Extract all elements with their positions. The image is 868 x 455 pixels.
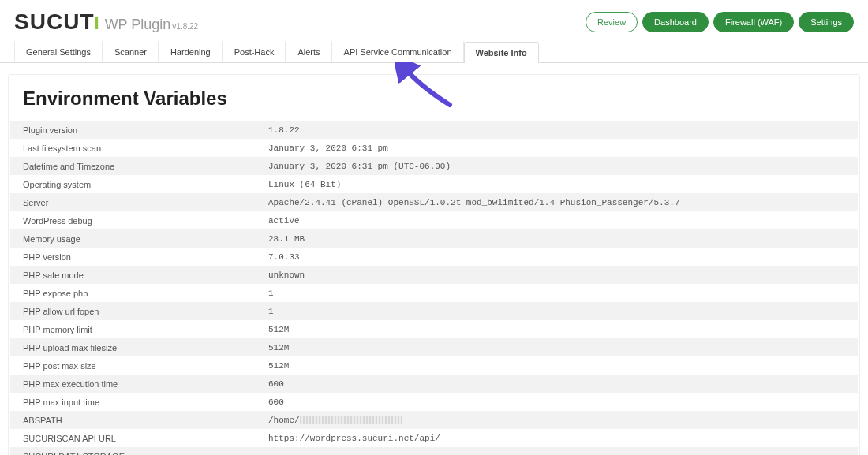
env-value: 512M: [256, 320, 858, 338]
env-label: PHP memory limit: [10, 320, 256, 338]
table-row: PHP upload max filesize512M: [10, 338, 858, 356]
tab-api-service-communication[interactable]: API Service Communication: [332, 41, 464, 62]
env-value: unknown: [256, 266, 858, 284]
env-value: Apache/2.4.41 (cPanel) OpenSSL/1.0.2t mo…: [256, 193, 858, 211]
settings-tabs: General Settings Scanner Hardening Post-…: [0, 41, 868, 63]
env-label: PHP upload max filesize: [10, 338, 256, 356]
tab-scanner[interactable]: Scanner: [103, 41, 159, 62]
env-label: Server: [10, 193, 256, 211]
env-label: Memory usage: [10, 229, 256, 248]
env-value: 512M: [256, 338, 858, 356]
table-row: PHP max input time600: [10, 393, 858, 411]
env-value: active: [256, 211, 858, 229]
env-value: 512M: [256, 356, 858, 375]
tab-hardening[interactable]: Hardening: [159, 41, 223, 62]
table-row: PHP memory limit512M: [10, 320, 858, 338]
env-label: ABSPATH: [10, 411, 256, 429]
firewall-button[interactable]: Firewall (WAF): [713, 12, 794, 32]
env-label: PHP expose php: [10, 284, 256, 302]
env-label: SUCURI DATA STORAGE: [10, 447, 256, 455]
env-value: 1: [256, 302, 858, 320]
env-label: PHP post max size: [10, 356, 256, 375]
top-nav: Review Dashboard Firewall (WAF) Settings: [586, 12, 854, 32]
env-value: --: [256, 447, 858, 455]
table-row: PHP allow url fopen1: [10, 302, 858, 320]
env-label: PHP max input time: [10, 393, 256, 411]
env-label: Operating system: [10, 175, 256, 193]
table-row: PHP expose php1: [10, 284, 858, 302]
table-row: SUCURISCAN API URLhttps://wordpress.sucu…: [10, 429, 858, 447]
env-label: Last filesystem scan: [10, 139, 256, 157]
env-value: 600: [256, 375, 858, 393]
table-row: Datetime and TimezoneJanuary 3, 2020 6:3…: [10, 157, 858, 175]
env-value: 7.0.33: [256, 248, 858, 266]
tab-website-info[interactable]: Website Info: [464, 42, 539, 63]
env-value: 1.8.22: [256, 121, 858, 139]
env-table: Plugin version1.8.22Last filesystem scan…: [10, 121, 858, 455]
tab-general-settings[interactable]: General Settings: [14, 41, 103, 62]
env-value: 28.1 MB: [256, 229, 858, 248]
tab-alerts[interactable]: Alerts: [286, 41, 331, 62]
annotation-arrow: [395, 62, 458, 109]
table-row: Last filesystem scanJanuary 3, 2020 6:31…: [10, 139, 858, 157]
table-row: WordPress debugactive: [10, 211, 858, 229]
env-value: Linux (64 Bit): [256, 175, 858, 193]
brand-subtitle: WP Plugin: [105, 17, 171, 33]
env-label: SUCURISCAN API URL: [10, 429, 256, 447]
env-value: January 3, 2020 6:31 pm: [256, 139, 858, 157]
redacted-text: [300, 416, 402, 424]
env-panel: Environment Variables Plugin version1.8.…: [8, 74, 860, 455]
env-label: PHP version: [10, 248, 256, 266]
env-value: January 3, 2020 6:31 pm (UTC-06.00): [256, 157, 858, 175]
table-row: PHP version7.0.33: [10, 248, 858, 266]
env-label: Plugin version: [10, 121, 256, 139]
env-value: /home/: [256, 411, 858, 429]
dashboard-button[interactable]: Dashboard: [642, 12, 709, 32]
env-label: Datetime and Timezone: [10, 157, 256, 175]
table-row: Plugin version1.8.22: [10, 121, 858, 139]
tab-post-hack[interactable]: Post-Hack: [223, 41, 286, 62]
table-row: ServerApache/2.4.41 (cPanel) OpenSSL/1.0…: [10, 193, 858, 211]
table-row: PHP max execution time600: [10, 375, 858, 393]
table-row: PHP post max size512M: [10, 356, 858, 375]
env-value: https://wordpress.sucuri.net/api/: [256, 429, 858, 447]
table-row: SUCURI DATA STORAGE--: [10, 447, 858, 455]
table-row: Operating systemLinux (64 Bit): [10, 175, 858, 193]
env-label: WordPress debug: [10, 211, 256, 229]
env-label: PHP max execution time: [10, 375, 256, 393]
env-value: 600: [256, 393, 858, 411]
review-button[interactable]: Review: [586, 12, 638, 32]
table-row: ABSPATH/home/: [10, 411, 858, 429]
env-label: PHP allow url fopen: [10, 302, 256, 320]
table-row: PHP safe modeunknown: [10, 266, 858, 284]
brand-logo: SUCUTI WP Plugin v1.8.22: [14, 9, 198, 35]
brand-version: v1.8.22: [172, 22, 198, 31]
settings-button[interactable]: Settings: [799, 12, 854, 32]
table-row: Memory usage28.1 MB: [10, 229, 858, 248]
env-label: PHP safe mode: [10, 266, 256, 284]
env-value: 1: [256, 284, 858, 302]
